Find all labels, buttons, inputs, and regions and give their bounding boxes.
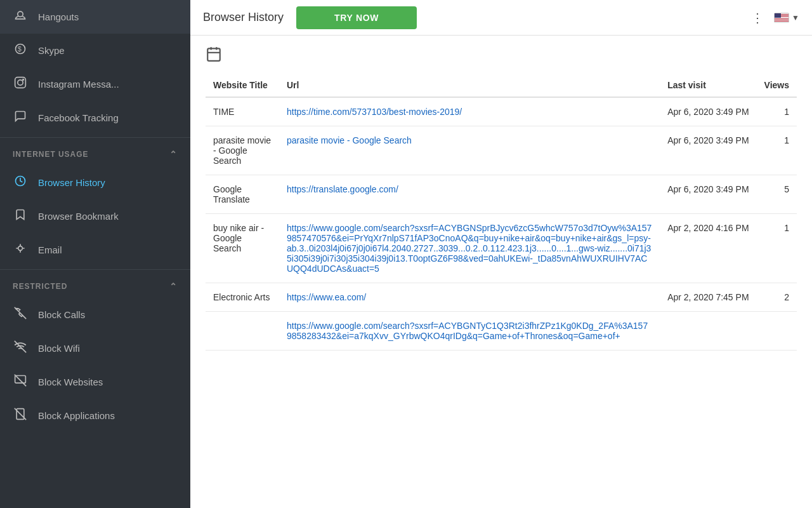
cell-views <box>757 312 797 351</box>
block-websites-icon <box>13 374 28 390</box>
sidebar-item-browser-history-label: Browser History <box>38 177 105 188</box>
hangouts-icon <box>13 9 28 25</box>
cell-url: https://www.google.com/search?sxsrf=ACYB… <box>279 312 660 351</box>
table-row: TIMEhttps://time.com/5737103/best-movies… <box>206 97 797 126</box>
svg-point-4 <box>18 80 23 85</box>
main-content: Browser History TRY NOW ⋮ ▼ Website Titl… <box>190 0 812 508</box>
cell-last-visit: Apr 2, 2020 4:16 PM <box>660 214 756 283</box>
col-last-visit: Last visit <box>660 74 756 97</box>
table-row: parasite movie - Google Searchparasite m… <box>206 126 797 175</box>
cell-title: buy nike air - Google Search <box>206 214 279 283</box>
dropdown-arrow-icon: ▼ <box>792 13 799 22</box>
sidebar-item-hangouts[interactable]: Hangouts <box>0 0 190 34</box>
history-table: Website Title Url Last visit Views TIMEh… <box>206 74 797 351</box>
cell-url: https://translate.google.com/ <box>279 175 660 214</box>
url-link[interactable]: https://www.google.com/search?sxsrf=ACYB… <box>287 321 648 341</box>
instagram-icon <box>13 76 28 92</box>
svg-point-7 <box>18 246 23 251</box>
calendar-icon[interactable] <box>206 50 222 65</box>
content-area: Website Title Url Last visit Views TIMEh… <box>190 36 812 508</box>
email-icon <box>13 242 28 258</box>
sidebar-item-browser-bookmark[interactable]: Browser Bookmark <box>0 199 190 233</box>
block-wifi-icon <box>13 340 28 356</box>
sidebar-item-instagram[interactable]: Instagram Messa... <box>0 67 190 101</box>
sidebar-item-browser-bookmark-label: Browser Bookmark <box>38 211 119 222</box>
cell-title: TIME <box>206 97 279 126</box>
sidebar-item-block-wifi[interactable]: Block Wifi <box>0 331 190 365</box>
table-header-row: Website Title Url Last visit Views <box>206 74 797 97</box>
url-link[interactable]: https://time.com/5737103/best-movies-201… <box>287 107 462 117</box>
cell-title <box>206 312 279 351</box>
cell-last-visit <box>660 312 756 351</box>
sidebar-item-facebook-label: Facebook Tracking <box>38 112 119 123</box>
calendar-area <box>206 46 797 66</box>
table-row: https://www.google.com/search?sxsrf=ACYB… <box>206 312 797 351</box>
svg-line-11 <box>15 375 26 386</box>
more-options-button[interactable]: ⋮ <box>746 8 769 28</box>
svg-point-0 <box>18 11 23 17</box>
cell-title: Electronic Arts <box>206 283 279 312</box>
clock-icon <box>13 175 28 190</box>
svg-text:$: $ <box>18 45 22 53</box>
block-calls-icon <box>13 307 28 323</box>
sidebar-item-browser-history[interactable]: Browser History <box>0 166 190 199</box>
chevron-up-icon: ⌃ <box>169 149 178 159</box>
sidebar-divider-1 <box>0 137 190 138</box>
try-now-button[interactable]: TRY NOW <box>296 6 417 29</box>
svg-rect-3 <box>15 77 26 88</box>
cell-views: 2 <box>757 283 797 312</box>
bookmark-icon <box>13 208 28 224</box>
url-link[interactable]: parasite movie - Google Search <box>287 135 412 145</box>
cell-views: 1 <box>757 126 797 175</box>
sidebar-item-email[interactable]: Email <box>0 233 190 267</box>
cell-last-visit: Apr 6, 2020 3:49 PM <box>660 97 756 126</box>
cell-views: 1 <box>757 97 797 126</box>
sidebar-item-skype[interactable]: $ Skype <box>0 34 190 67</box>
sidebar-section-restricted: RESTRICTED ⌃ <box>0 275 190 298</box>
language-button[interactable]: ▼ <box>774 13 799 23</box>
col-url: Url <box>279 74 660 97</box>
cell-url: https://www.ea.com/ <box>279 283 660 312</box>
us-flag-icon <box>774 13 789 23</box>
sidebar-item-block-applications[interactable]: Block Applications <box>0 399 190 432</box>
sidebar: Hangouts $ Skype Instagram Messa... Face… <box>0 0 190 508</box>
svg-point-5 <box>23 79 24 81</box>
col-website-title: Website Title <box>206 74 279 97</box>
url-link[interactable]: https://translate.google.com/ <box>287 184 398 194</box>
cell-url: parasite movie - Google Search <box>279 126 660 175</box>
table-body: TIMEhttps://time.com/5737103/best-movies… <box>206 97 797 351</box>
cell-title: Google Translate <box>206 175 279 214</box>
sidebar-item-block-calls-label: Block Calls <box>38 309 85 320</box>
sidebar-section-internet: INTERNET USAGE ⌃ <box>0 143 190 166</box>
sidebar-item-hangouts-label: Hangouts <box>38 11 79 22</box>
skype-icon: $ <box>13 43 28 58</box>
sidebar-item-block-wifi-label: Block Wifi <box>38 343 80 354</box>
cell-last-visit: Apr 6, 2020 3:49 PM <box>660 175 756 214</box>
facebook-icon <box>13 110 28 126</box>
sidebar-item-block-applications-label: Block Applications <box>38 410 115 421</box>
sidebar-item-block-websites[interactable]: Block Websites <box>0 365 190 399</box>
table-row: Google Translatehttps://translate.google… <box>206 175 797 214</box>
sidebar-item-block-websites-label: Block Websites <box>38 377 103 387</box>
cell-url: https://time.com/5737103/best-movies-201… <box>279 97 660 126</box>
sidebar-divider-2 <box>0 269 190 270</box>
url-link[interactable]: https://www.google.com/search?sxsrf=ACYB… <box>287 223 652 274</box>
cell-views: 5 <box>757 175 797 214</box>
cell-last-visit: Apr 2, 2020 7:45 PM <box>660 283 756 312</box>
sidebar-item-instagram-label: Instagram Messa... <box>38 79 119 90</box>
col-views: Views <box>757 74 797 97</box>
cell-views: 1 <box>757 214 797 283</box>
header: Browser History TRY NOW ⋮ ▼ <box>190 0 812 36</box>
sidebar-item-facebook[interactable]: Facebook Tracking <box>0 101 190 135</box>
cell-title: parasite movie - Google Search <box>206 126 279 175</box>
chevron-up-icon-2: ⌃ <box>169 281 178 291</box>
sidebar-item-block-calls[interactable]: Block Calls <box>0 298 190 331</box>
svg-rect-14 <box>207 48 220 61</box>
header-actions: ⋮ ▼ <box>746 8 799 28</box>
sidebar-top-items: Hangouts $ Skype Instagram Messa... Face… <box>0 0 190 135</box>
page-title: Browser History <box>203 11 284 24</box>
url-link[interactable]: https://www.ea.com/ <box>287 292 366 302</box>
cell-url: https://www.google.com/search?sxsrf=ACYB… <box>279 214 660 283</box>
table-row: Electronic Artshttps://www.ea.com/Apr 2,… <box>206 283 797 312</box>
sidebar-item-email-label: Email <box>38 244 62 255</box>
